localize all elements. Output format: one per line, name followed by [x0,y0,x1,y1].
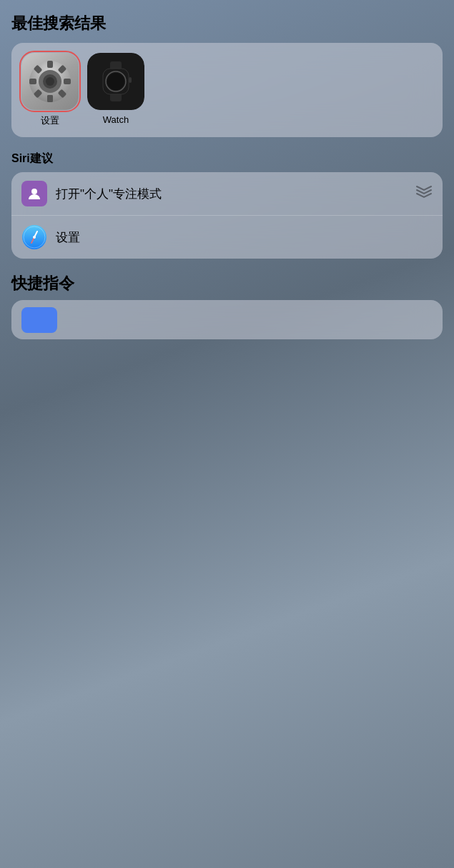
siri-item-settings[interactable]: 设置 [11,216,443,259]
siri-suggestions-container: 打开"个人"专注模式 [11,172,443,259]
settings-app-label: 设置 [41,114,59,127]
watch-icon [87,53,144,110]
main-content: 最佳搜索结果 [0,0,454,339]
watch-app-label: Watch [103,114,129,125]
shortcuts-button[interactable] [21,307,57,333]
shortcuts-title: 快捷指令 [11,273,443,294]
svg-point-12 [46,77,54,86]
best-results-title: 最佳搜索结果 [11,13,443,34]
safari-icon [21,224,47,250]
svg-point-24 [33,236,36,239]
svg-point-17 [107,73,124,90]
best-results-container: 设置 [11,43,443,137]
svg-rect-18 [129,77,132,83]
siri-suggestions-title: Siri建议 [11,151,443,166]
shortcuts-preview [11,300,443,339]
settings-icon [21,53,79,110]
svg-rect-1 [47,61,53,68]
layers-icon [415,186,433,202]
svg-rect-4 [64,79,71,84]
focus-icon [21,181,47,206]
siri-settings-text: 设置 [56,229,433,246]
siri-item-focus[interactable]: 打开"个人"专注模式 [11,172,443,216]
svg-point-19 [31,189,37,194]
svg-rect-6 [47,95,53,102]
svg-rect-8 [29,79,36,84]
watch-app-icon-wrapper [87,53,144,110]
app-item-watch[interactable]: Watch [87,53,144,127]
app-item-settings[interactable]: 设置 [21,53,79,127]
settings-app-icon-wrapper [21,53,79,110]
siri-focus-text: 打开"个人"专注模式 [56,186,407,202]
